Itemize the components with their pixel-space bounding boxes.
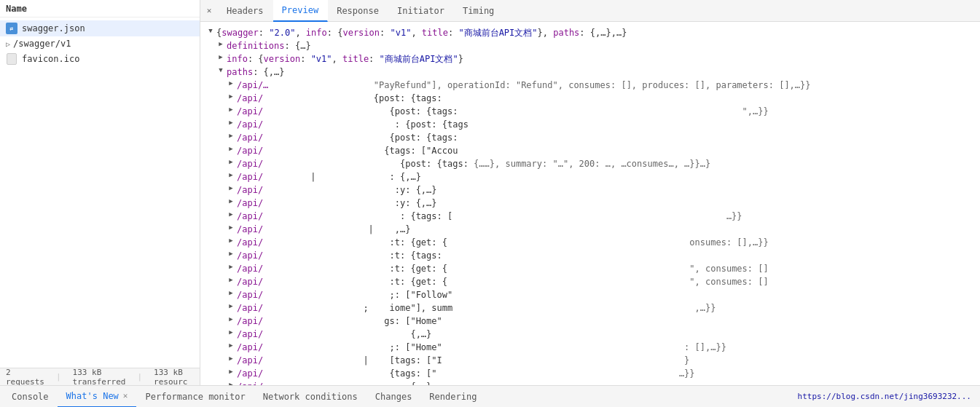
bottom-tab-performance-monitor[interactable]: Performance monitor	[136, 386, 254, 408]
transferred-size: 133 kB transferred	[73, 368, 126, 386]
json-line-paths: ▼ paths: {,…}	[206, 66, 974, 79]
expand-api-11[interactable]: ▶	[227, 223, 235, 232]
json-line-api-20: ▶ /api/ ;: ["Home" : [],…}}	[206, 341, 974, 354]
swagger-v1-label: /swagger/v1	[13, 39, 71, 49]
tab-headers[interactable]: Headers	[218, 0, 273, 22]
json-content-area[interactable]: ▼ {swagger: "2.0", info: {version: "v1",…	[200, 22, 980, 385]
expand-api-0[interactable]: ▶	[227, 79, 235, 87]
expand-api-15[interactable]: ▶	[227, 275, 235, 284]
json-line-api-21: ▶ /api/ | [tags: ["I }	[206, 354, 974, 367]
expand-api-23[interactable]: ▶	[227, 380, 235, 385]
tab-response[interactable]: Response	[328, 0, 388, 22]
json-line-info: ▶ info: {version: "v1", title: "商城前台API文…	[206, 52, 974, 66]
expand-api-3[interactable]: ▶	[227, 118, 235, 127]
bottom-tab-changes[interactable]: Changes	[366, 386, 421, 408]
swagger-json-label: swagger.json	[22, 23, 85, 33]
expand-api-4[interactable]: ▶	[227, 131, 235, 140]
whats-new-close-button[interactable]: ✕	[123, 391, 128, 400]
json-line-api-4: ▶ /api/ {post: {tags:	[206, 131, 974, 144]
bottom-tab-network-conditions[interactable]: Network conditions	[254, 386, 366, 408]
expand-api-22[interactable]: ▶	[227, 367, 235, 376]
expand-api-10[interactable]: ▶	[227, 210, 235, 218]
file-item-swagger-json[interactable]: ⇄ swagger.json	[0, 20, 200, 36]
json-line-api-9: ▶ /api/ :y: {,…}	[206, 197, 974, 210]
expand-api-6[interactable]: ▶	[227, 157, 235, 166]
bottom-tab-rendering[interactable]: Rendering	[420, 386, 485, 408]
expand-api-5[interactable]: ▶	[227, 144, 235, 153]
json-line-api-17: ▶ /api/ ; iome"], summ ,…}}	[206, 301, 974, 315]
json-line-api-12: ▶ /api/ :t: {get: { onsumes: [],…}}	[206, 236, 974, 249]
json-line-api-15: ▶ /api/ :t: {get: { ", consumes: []	[206, 275, 974, 288]
json-line-api-3: ▶ /api/ : {post: {tags	[206, 118, 974, 131]
json-line-api-14: ▶ /api/ :t: {get: { ", consumes: []	[206, 262, 974, 275]
json-line-api-0: ▶ /api/… "PayRefund"], operationId: "Ref…	[206, 79, 974, 92]
json-line-api-19: ▶ /api/ {,…}	[206, 328, 974, 341]
expand-root[interactable]: ▼	[206, 26, 215, 35]
json-line-api-6: ▶ /api/ {post: {tags: {……}, summary: "…"…	[206, 157, 974, 170]
json-line-api-22: ▶ /api/ {tags: [" …}}	[206, 367, 974, 380]
expand-api-9[interactable]: ▶	[227, 197, 235, 205]
url-bar: https://blog.csdn.net/jing3693232...	[798, 392, 977, 401]
expand-api-1[interactable]: ▶	[227, 92, 235, 100]
bottom-tabs: Console What's New ✕ Performance monitor…	[0, 385, 980, 407]
json-line-definitions: ▶ definitions: {…}	[206, 39, 974, 52]
tab-preview[interactable]: Preview	[273, 0, 329, 22]
json-line-api-2: ▶ /api/ {post: {tags: ",…}}	[206, 105, 974, 118]
json-line-api-18: ▶ /api/ gs: ["Home"	[206, 315, 974, 328]
expand-api-8[interactable]: ▶	[227, 183, 235, 192]
expand-api-20[interactable]: ▶	[227, 341, 235, 349]
chevron-icon: ▷	[6, 40, 10, 48]
expand-info[interactable]: ▶	[216, 52, 225, 61]
json-line-api-16: ▶ /api/ ;: ["Follow"	[206, 288, 974, 301]
json-line-root: ▼ {swagger: "2.0", info: {version: "v1",…	[206, 26, 974, 39]
file-tree: ⇄ swagger.json ▷ /swagger/v1 favicon.ico	[0, 17, 200, 368]
tab-timing[interactable]: Timing	[454, 0, 503, 22]
expand-api-21[interactable]: ▶	[227, 354, 235, 363]
left-panel: Name ⇄ swagger.json ▷ /swagger/v1 favico…	[0, 0, 200, 385]
blank-file-icon	[6, 53, 17, 65]
json-line-api-7: ▶ /api/ | : {,…}	[206, 170, 974, 183]
expand-api-14[interactable]: ▶	[227, 262, 235, 271]
expand-api-18[interactable]: ▶	[227, 315, 235, 323]
detail-tab-bar: ✕ Headers Preview Response Initiator Tim…	[200, 0, 980, 22]
json-line-api-10: ▶ /api/ : {tags: [ …}}	[206, 210, 974, 223]
expand-api-12[interactable]: ▶	[227, 236, 235, 245]
expand-paths[interactable]: ▼	[216, 66, 225, 74]
json-line-api-13: ▶ /api/ :t: {tags:	[206, 249, 974, 262]
file-item-swagger-v1[interactable]: ▷ /swagger/v1	[0, 36, 200, 51]
panel-header: Name	[0, 0, 200, 17]
json-line-api-1: ▶ /api/ {post: {tags:	[206, 92, 974, 105]
expand-api-16[interactable]: ▶	[227, 288, 235, 297]
requests-count: 2 requests	[6, 368, 44, 386]
panel-header-label: Name	[6, 4, 27, 14]
tab-initiator[interactable]: Initiator	[388, 0, 454, 22]
right-panel: ✕ Headers Preview Response Initiator Tim…	[200, 0, 980, 385]
favicon-label: favicon.ico	[22, 54, 79, 64]
file-item-favicon[interactable]: favicon.ico	[0, 51, 200, 67]
main-area: Name ⇄ swagger.json ▷ /swagger/v1 favico…	[0, 0, 980, 385]
resources-size: 133 kB resourc	[154, 368, 194, 386]
expand-api-7[interactable]: ▶	[227, 170, 235, 179]
bottom-tab-console[interactable]: Console	[3, 386, 58, 408]
bottom-tab-whats-new[interactable]: What's New ✕	[58, 386, 137, 408]
expand-definitions[interactable]: ▶	[216, 39, 225, 48]
json-line-api-5: ▶ /api/ {tags: ["Accou	[206, 144, 974, 157]
expand-api-2[interactable]: ▶	[227, 105, 235, 114]
json-line-api-8: ▶ /api/ :y: {,…}	[206, 183, 974, 197]
json-file-icon: ⇄	[6, 23, 17, 34]
stats-bar: 2 requests | 133 kB transferred | 133 kB…	[0, 368, 200, 385]
expand-api-19[interactable]: ▶	[227, 328, 235, 336]
expand-api-17[interactable]: ▶	[227, 301, 235, 310]
panel-close-button[interactable]: ✕	[203, 5, 215, 17]
json-line-api-11: ▶ /api/ | ,…}	[206, 223, 974, 236]
json-line-api-23: ▶ /api/ {,…}	[206, 380, 974, 385]
expand-api-13[interactable]: ▶	[227, 249, 235, 258]
